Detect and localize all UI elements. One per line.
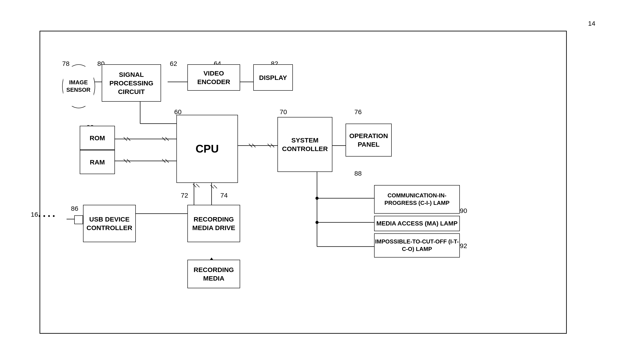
ref-16: 16 bbox=[31, 211, 38, 218]
ram-box: RAM bbox=[80, 150, 115, 174]
ref-76: 76 bbox=[354, 108, 362, 116]
diagram-container: 14 bbox=[26, 18, 597, 351]
ref-14: 14 bbox=[588, 20, 595, 27]
svg-line-37 bbox=[268, 144, 271, 147]
svg-line-35 bbox=[249, 144, 252, 147]
communication-lamp-box: COMMUNICATION-IN- PROGRESS (C-I-) LAMP bbox=[374, 185, 460, 214]
svg-line-12 bbox=[124, 137, 127, 141]
svg-line-27 bbox=[196, 184, 199, 187]
svg-point-44 bbox=[315, 197, 318, 200]
svg-line-19 bbox=[124, 159, 127, 163]
operation-panel-box: OPERATION PANEL bbox=[345, 124, 392, 157]
image-sensor-label: IMAGE SENSOR bbox=[63, 66, 94, 106]
ref-88: 88 bbox=[354, 170, 362, 177]
usb-connector bbox=[74, 215, 83, 224]
cpu-box: CPU bbox=[176, 115, 238, 183]
ref-86: 86 bbox=[71, 205, 78, 212]
svg-point-48 bbox=[315, 221, 318, 224]
usb-dots: • • • • bbox=[38, 213, 55, 220]
svg-line-38 bbox=[271, 144, 274, 147]
recording-media-box: RECORDING MEDIA bbox=[188, 260, 240, 288]
svg-line-36 bbox=[252, 144, 255, 147]
svg-line-14 bbox=[162, 137, 165, 141]
svg-line-30 bbox=[211, 185, 214, 188]
ref-70: 70 bbox=[280, 108, 287, 116]
ref-60: 60 bbox=[174, 108, 182, 116]
display-box: DISPLAY bbox=[253, 64, 293, 91]
media-access-lamp-box: MEDIA ACCESS (MA) LAMP bbox=[374, 216, 460, 231]
video-encoder-box: VIDEO ENCODER bbox=[188, 64, 240, 91]
svg-line-13 bbox=[127, 137, 130, 141]
system-controller-box: SYSTEM CONTROLLER bbox=[278, 117, 332, 172]
ref-72: 72 bbox=[181, 192, 188, 199]
rom-box: ROM bbox=[80, 126, 115, 150]
signal-processing-box: SIGNAL PROCESSING CIRCUIT bbox=[102, 64, 161, 102]
ref-62: 62 bbox=[170, 60, 177, 67]
main-border: 78 80 62 64 82 60 66 68 70 72 74 76 84 8… bbox=[39, 31, 567, 334]
ref-92: 92 bbox=[460, 242, 467, 250]
svg-line-21 bbox=[162, 159, 165, 163]
ref-78: 78 bbox=[62, 60, 69, 67]
svg-line-31 bbox=[214, 185, 217, 188]
recording-media-drive-box: RECORDING MEDIA DRIVE bbox=[188, 205, 240, 242]
ref-90: 90 bbox=[460, 207, 467, 215]
usb-device-controller-box: USB DEVICE CONTROLLER bbox=[83, 205, 136, 242]
svg-line-22 bbox=[165, 159, 169, 163]
svg-line-15 bbox=[165, 137, 169, 141]
ref-74: 74 bbox=[220, 192, 228, 199]
impossible-lamp-box: IMPOSSIBLE-TO-CUT-OFF (I-T-C-O) LAMP bbox=[374, 233, 460, 257]
svg-line-20 bbox=[127, 159, 130, 163]
svg-line-26 bbox=[193, 184, 196, 187]
